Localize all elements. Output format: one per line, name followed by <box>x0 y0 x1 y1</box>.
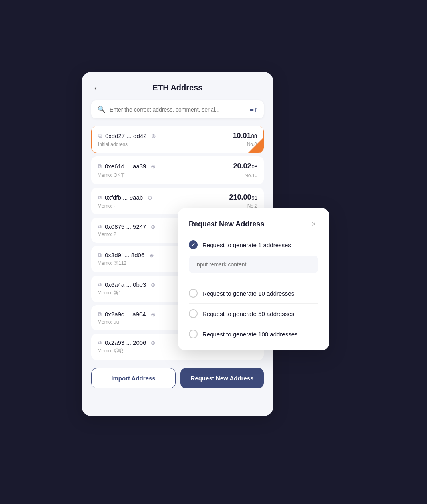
address-item-0[interactable]: ⧉ 0xdd27 ... dd42 ⊕ 10.01 88 Initial add… <box>91 126 264 153</box>
radio-label-2: Request to generate 10 addresses <box>202 290 294 297</box>
copy-icon-4[interactable]: ⧉ <box>98 252 102 258</box>
amount-display-2: 210.00 91 <box>229 193 257 202</box>
copy-icon-7[interactable]: ⧉ <box>98 339 102 346</box>
close-modal-button[interactable]: × <box>309 219 318 229</box>
search-icon: 🔍 <box>98 106 106 113</box>
address-text-6: 0x2a9c ... a904 <box>105 311 146 318</box>
active-corner-badge <box>248 138 263 153</box>
copy-icon-3[interactable]: ⧉ <box>98 223 102 230</box>
radio-option-2[interactable]: Request to generate 10 addresses <box>189 286 318 300</box>
radio-circle-4 <box>189 330 198 338</box>
radio-label-4: Request to generate 100 addresses <box>202 331 298 338</box>
memo-2: Memo: - <box>98 203 115 209</box>
memo-7: Memo: 哦哦 <box>98 348 123 354</box>
address-text-0: 0xdd27 ... dd42 <box>105 132 146 139</box>
radio-circle-1: ✓ <box>189 240 198 249</box>
modal-header: Request New Address × <box>189 219 318 229</box>
search-small-icon-1[interactable]: ⊕ <box>151 163 156 170</box>
memo-5: Memo: 新1 <box>98 290 121 296</box>
memo-4: Memo: 圆112 <box>98 260 126 267</box>
address-text-5: 0x6a4a ... 0be3 <box>105 281 146 288</box>
no-badge-1: No.10 <box>245 173 257 178</box>
radio-option-3[interactable]: Request to generate 50 addresses <box>189 307 318 320</box>
page-title: ETH Address <box>153 83 203 92</box>
search-input[interactable] <box>110 106 245 113</box>
address-text-3: 0x0875 ... 5247 <box>105 223 146 230</box>
address-text-2: 0xfdfb ... 9aab <box>105 194 143 201</box>
radio-label-3: Request to generate 50 addresses <box>202 310 294 317</box>
search-small-icon-0[interactable]: ⊕ <box>151 133 156 139</box>
radio-circle-3 <box>189 309 198 318</box>
import-address-button[interactable]: Import Address <box>91 368 176 388</box>
memo-0: Initial address <box>98 142 128 147</box>
memo-3: Memo: 2 <box>98 232 116 237</box>
copy-icon-6[interactable]: ⧉ <box>98 311 102 318</box>
remark-input[interactable] <box>189 256 318 273</box>
memo-6: Memo: uu <box>98 319 119 325</box>
search-small-icon-2[interactable]: ⊕ <box>148 194 152 201</box>
check-icon-1: ✓ <box>191 242 195 248</box>
radio-option-4[interactable]: Request to generate 100 addresses <box>189 327 318 341</box>
amount-display-1: 20.02 08 <box>233 162 257 170</box>
bottom-buttons: Import Address Request New Address <box>91 368 264 388</box>
address-item-1[interactable]: ⧉ 0xe61d ... aa39 ⊕ 20.02 08 Memo: OK了 N… <box>91 156 264 184</box>
address-text-1: 0xe61d ... aa39 <box>105 163 146 170</box>
divider-3 <box>189 324 318 324</box>
divider-1 <box>189 283 318 283</box>
copy-icon-5[interactable]: ⧉ <box>98 281 102 288</box>
search-small-icon-6[interactable]: ⊕ <box>151 311 156 318</box>
back-button[interactable]: ‹ <box>91 82 100 94</box>
radio-label-1: Request to generate 1 addresses <box>202 242 291 248</box>
search-small-icon-5[interactable]: ⊕ <box>151 282 156 288</box>
copy-icon-2[interactable]: ⧉ <box>98 194 102 201</box>
address-text-4: 0x3d9f ... 8d06 <box>105 252 144 258</box>
copy-icon-0[interactable]: ⧉ <box>98 132 102 139</box>
header: ‹ ETH Address <box>91 83 264 92</box>
modal-title: Request New Address <box>189 220 264 228</box>
search-small-icon-7[interactable]: ⊕ <box>151 340 156 346</box>
modal-dialog: Request New Address × ✓ Request to gener… <box>178 208 329 350</box>
address-text-7: 0x2a93 ... 2006 <box>105 339 146 346</box>
radio-option-1[interactable]: ✓ Request to generate 1 addresses <box>189 238 318 252</box>
memo-1: Memo: OK了 <box>98 172 125 179</box>
filter-icon[interactable]: ≡↑ <box>249 105 257 114</box>
copy-icon-1[interactable]: ⧉ <box>98 163 102 170</box>
search-small-icon-4[interactable]: ⊕ <box>149 252 154 258</box>
search-small-icon-3[interactable]: ⊕ <box>151 224 156 230</box>
request-address-button[interactable]: Request New Address <box>180 368 264 388</box>
divider-2 <box>189 303 318 304</box>
radio-circle-2 <box>189 289 198 298</box>
main-container: ‹ ETH Address 🔍 ≡↑ ⧉ 0xdd27 ... dd42 ⊕ <box>82 72 345 432</box>
search-bar: 🔍 ≡↑ <box>91 100 264 118</box>
